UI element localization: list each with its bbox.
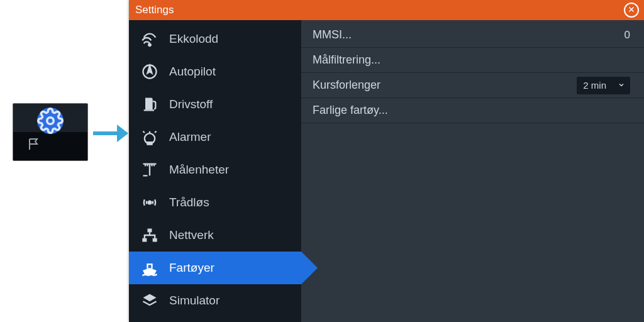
sidebar-item-ekkolodd[interactable]: Ekkolodd xyxy=(129,23,301,55)
sidebar-item-simulator[interactable]: Simulator xyxy=(129,284,301,317)
svg-point-1 xyxy=(148,44,151,47)
sidebar-item-malenheter[interactable]: Målenheter xyxy=(129,153,301,186)
window-title: Settings xyxy=(135,4,174,16)
fuel-icon xyxy=(140,95,159,114)
sidebar-item-label: Ekkolodd xyxy=(169,32,218,46)
row-label: Farlige fartøy... xyxy=(313,104,388,117)
row-mmsi[interactable]: MMSI... 0 xyxy=(301,23,644,48)
network-icon xyxy=(140,226,159,245)
svg-rect-3 xyxy=(144,109,154,111)
sidebar-item-nettverk[interactable]: Nettverk xyxy=(129,219,301,252)
sidebar-item-label: Nettverk xyxy=(169,228,214,242)
svg-rect-7 xyxy=(148,229,152,233)
row-malfiltrering[interactable]: Målfiltrering... xyxy=(301,48,644,73)
sonar-icon xyxy=(140,30,159,48)
source-thumbnail xyxy=(13,103,88,161)
wireless-icon xyxy=(140,193,159,212)
titlebar: Settings xyxy=(129,0,644,20)
row-label: Målfiltrering... xyxy=(313,53,380,67)
compass-icon xyxy=(140,62,159,81)
close-button[interactable] xyxy=(624,3,639,18)
row-kursforlenger[interactable]: Kursforlenger 2 min xyxy=(301,73,644,98)
sidebar-item-alarmer[interactable]: Alarmer xyxy=(129,121,301,153)
sidebar-item-autopilot[interactable]: Autopilot xyxy=(129,55,301,88)
select-value: 2 min xyxy=(583,80,606,91)
ruler-icon xyxy=(140,160,159,179)
chevron-down-icon xyxy=(618,80,625,91)
sidebar-item-label: Fartøyer xyxy=(169,261,214,275)
close-icon xyxy=(628,4,635,16)
sidebar-item-label: Autopilot xyxy=(169,65,216,79)
alarm-icon xyxy=(140,128,159,147)
pointer-arrow xyxy=(93,125,128,142)
row-farlige-fartoy[interactable]: Farlige fartøy... xyxy=(301,98,644,123)
sidebar-item-label: Alarmer xyxy=(169,130,211,144)
vessel-icon xyxy=(140,258,159,277)
row-label: MMSI... xyxy=(313,28,352,42)
settings-icon[interactable] xyxy=(37,108,64,134)
sidebar-item-drivstoff[interactable]: Drivstoff xyxy=(129,88,301,121)
svg-rect-5 xyxy=(148,142,152,145)
flag-icon xyxy=(27,136,42,154)
kursforlenger-select[interactable]: 2 min xyxy=(577,77,630,94)
settings-content: MMSI... 0 Målfiltrering... Kursforlenger… xyxy=(301,20,644,322)
row-label: Kursforlenger xyxy=(313,79,380,92)
sidebar-item-label: Målenheter xyxy=(169,163,229,177)
settings-window: Settings Ekkolodd Au xyxy=(129,0,644,322)
layers-icon xyxy=(140,291,159,310)
row-value: 0 xyxy=(625,29,630,42)
sidebar-item-label: Drivstoff xyxy=(169,97,213,111)
sidebar-item-fartoyer[interactable]: Fartøyer xyxy=(129,252,301,284)
sidebar-item-label: Simulator xyxy=(169,294,219,308)
svg-rect-8 xyxy=(142,238,147,242)
settings-sidebar: Ekkolodd Autopilot Drivstoff xyxy=(129,20,301,322)
svg-point-6 xyxy=(148,201,152,204)
sidebar-item-label: Trådløs xyxy=(169,196,209,209)
sidebar-item-tradlos[interactable]: Trådløs xyxy=(129,186,301,219)
svg-rect-9 xyxy=(153,238,157,242)
svg-point-0 xyxy=(47,118,54,125)
